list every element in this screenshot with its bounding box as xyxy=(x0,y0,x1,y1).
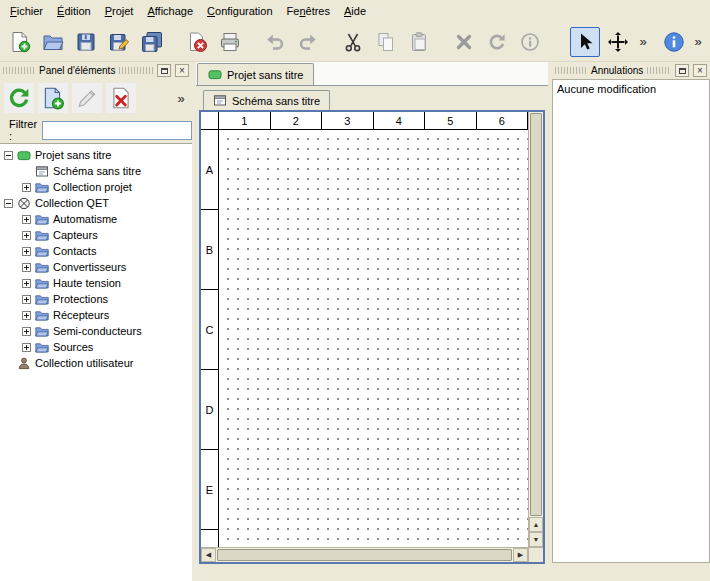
undo-panel-title: Annulations xyxy=(591,65,643,76)
tree-item-label: Schéma sans titre xyxy=(53,165,141,177)
redo-button[interactable] xyxy=(293,27,323,57)
cut-icon xyxy=(342,31,364,53)
new-element-button[interactable] xyxy=(38,83,68,113)
menu-fichier[interactable]: Fichier xyxy=(3,0,50,22)
save-button[interactable] xyxy=(71,27,101,57)
column-label: 4 xyxy=(374,112,426,129)
expander-icon[interactable] xyxy=(22,215,31,224)
save-as-button[interactable] xyxy=(104,27,134,57)
copy-icon xyxy=(375,31,397,53)
expander-icon[interactable] xyxy=(22,343,31,352)
filter-input[interactable] xyxy=(42,121,192,140)
menu-fenetres[interactable]: Fenêtres xyxy=(280,0,337,22)
tree-item-label: Semi-conducteurs xyxy=(53,325,142,337)
dock-grip[interactable] xyxy=(3,67,35,74)
tab-schema-sans-titre[interactable]: Schéma sans titre xyxy=(203,90,330,110)
scroll-left-button[interactable]: ◀ xyxy=(201,548,216,562)
expander-icon[interactable] xyxy=(22,183,31,192)
menu-edition[interactable]: Édition xyxy=(50,0,98,22)
expander-icon[interactable] xyxy=(22,295,31,304)
menu-projet[interactable]: Projet xyxy=(98,0,141,22)
elements-panel: Panel d'éléments × xyxy=(0,62,192,581)
save-all-button[interactable] xyxy=(137,27,167,57)
tree-item-collection-utilisateur[interactable]: Collection utilisateur xyxy=(0,355,192,371)
tree-item-label: Automatisme xyxy=(53,213,117,225)
vertical-scroll-thumb[interactable] xyxy=(530,113,542,516)
cut-button[interactable] xyxy=(338,27,368,57)
tree-item-automatisme[interactable]: Automatisme xyxy=(0,211,192,227)
tab-projet-sans-titre[interactable]: Projet sans titre xyxy=(197,63,314,85)
tree-item-protections[interactable]: Protections xyxy=(0,291,192,307)
open-project-button[interactable] xyxy=(38,27,68,57)
reload-icon xyxy=(7,86,31,110)
horizontal-scroll-thumb[interactable] xyxy=(217,549,512,561)
expander-icon[interactable] xyxy=(4,151,13,160)
tree-item-sources[interactable]: Sources xyxy=(0,339,192,355)
expander-icon[interactable] xyxy=(22,263,31,272)
tree-item-contacts[interactable]: Contacts xyxy=(0,243,192,259)
delete-element-button[interactable] xyxy=(106,83,136,113)
folder-icon xyxy=(35,341,49,354)
menu-configuration[interactable]: Configuration xyxy=(200,0,279,22)
rotate-button[interactable] xyxy=(482,27,512,57)
tree-item-label: Collection QET xyxy=(35,197,109,209)
tree-item-semi-conducteurs[interactable]: Semi-conducteurs xyxy=(0,323,192,339)
copy-button[interactable] xyxy=(371,27,401,57)
scroll-down-button[interactable]: ▼ xyxy=(529,532,543,547)
paste-button[interactable] xyxy=(404,27,434,57)
float-panel-button[interactable] xyxy=(675,64,689,77)
expander-icon[interactable] xyxy=(22,327,31,336)
tree-item-recepteurs[interactable]: Récepteurs xyxy=(0,307,192,323)
delete-button[interactable] xyxy=(449,27,479,57)
tree-item-label: Contacts xyxy=(53,245,96,257)
horizontal-scrollbar[interactable]: ◀ ▶ xyxy=(201,547,528,562)
close-document-button[interactable] xyxy=(182,27,212,57)
schema-canvas[interactable] xyxy=(219,130,528,547)
expander-icon[interactable] xyxy=(4,199,13,208)
expander-icon[interactable] xyxy=(22,247,31,256)
column-label: 2 xyxy=(271,112,323,129)
reload-collections-button[interactable] xyxy=(4,83,34,113)
scroll-up-button[interactable]: ▲ xyxy=(529,517,543,532)
select-tool-button[interactable] xyxy=(570,27,600,57)
tree-item-collection-projet[interactable]: Collection projet xyxy=(0,179,192,195)
menu-affichage[interactable]: Affichage xyxy=(140,0,200,22)
new-document-button[interactable] xyxy=(5,27,35,57)
edit-element-button[interactable] xyxy=(72,83,102,113)
close-panel-button[interactable]: × xyxy=(175,64,189,77)
tree-item-project[interactable]: Projet sans titre xyxy=(0,147,192,163)
float-panel-button[interactable] xyxy=(157,64,171,77)
tree-item-haute-tension[interactable]: Haute tension xyxy=(0,275,192,291)
dock-grip[interactable] xyxy=(119,67,153,74)
folder-icon xyxy=(35,245,49,258)
close-panel-button[interactable]: × xyxy=(693,64,707,77)
elements-panel-titlebar[interactable]: Panel d'éléments × xyxy=(0,62,192,79)
tree-item-schema[interactable]: Schéma sans titre xyxy=(0,163,192,179)
tree-item-convertisseurs[interactable]: Convertisseurs xyxy=(0,259,192,275)
folder-icon xyxy=(35,309,49,322)
toolbar-overflow-button[interactable]: » xyxy=(691,27,705,57)
move-tool-button[interactable] xyxy=(603,27,633,57)
tree-item-label: Protections xyxy=(53,293,108,305)
vertical-scrollbar[interactable]: ▲ ▼ xyxy=(528,112,543,547)
expander-icon[interactable] xyxy=(22,279,31,288)
expander-icon[interactable] xyxy=(22,231,31,240)
expander-icon[interactable] xyxy=(22,311,31,320)
menu-aide[interactable]: Aide xyxy=(337,0,373,22)
print-button[interactable] xyxy=(215,27,245,57)
about-group: » xyxy=(659,27,705,57)
undo-panel-titlebar[interactable]: Annulations × xyxy=(552,62,710,79)
tree-item-capteurs[interactable]: Capteurs xyxy=(0,227,192,243)
element-info-button[interactable] xyxy=(515,27,545,57)
scroll-right-button[interactable]: ▶ xyxy=(513,548,528,562)
about-button[interactable] xyxy=(659,27,689,57)
toolbar-overflow-button[interactable]: » xyxy=(636,27,650,57)
column-label: 1 xyxy=(219,112,271,129)
row-label: B xyxy=(201,210,218,290)
dock-grip[interactable] xyxy=(647,67,671,74)
panel-toolbar-overflow-button[interactable]: » xyxy=(174,83,188,113)
tree-item-collection-qet[interactable]: Collection QET xyxy=(0,195,192,211)
dock-grip[interactable] xyxy=(555,67,587,74)
undo-history-list[interactable]: Aucune modification xyxy=(552,79,710,563)
undo-button[interactable] xyxy=(260,27,290,57)
